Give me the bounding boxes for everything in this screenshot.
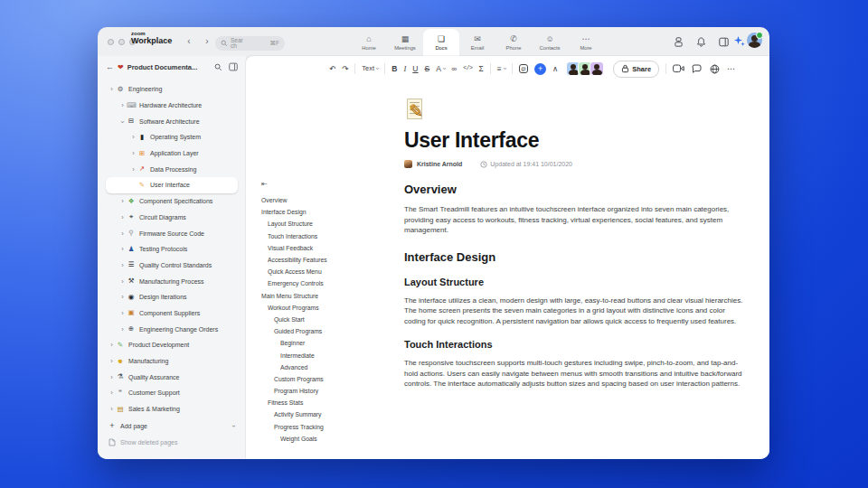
outline-item-accessibility-features[interactable]: Accessibility Features — [258, 254, 398, 266]
sidebar-item-manufacturing-process[interactable]: ›⚒Manufacturing Process — [106, 273, 238, 289]
chevron-icon[interactable]: › — [108, 341, 116, 349]
sidebar-item-manufacturing[interactable]: ›☻Manufacturing — [106, 353, 238, 370]
outline-item-emergency-controls[interactable]: Emergency Controls — [258, 277, 398, 289]
outline-item-guided-programs[interactable]: Guided Programs — [258, 325, 398, 337]
outline-item-beginner[interactable]: Beginner — [258, 337, 398, 349]
forward-button[interactable]: › — [202, 35, 212, 48]
outline-item-custom-programs[interactable]: Custom Programs — [258, 373, 398, 385]
tab-more[interactable]: ⋯More — [568, 29, 604, 56]
italic-button[interactable]: I — [404, 64, 407, 73]
strikethrough-button[interactable]: S — [424, 64, 429, 73]
tab-contacts[interactable]: ☺Contacts — [532, 29, 568, 56]
text-color-button[interactable]: A› — [436, 64, 445, 73]
notifications-bell-icon[interactable] — [695, 36, 706, 47]
outline-item-quick-start[interactable]: Quick Start — [258, 314, 398, 325]
sidebar-item-hardware-architecture[interactable]: ›⌨Hardware Architecture — [106, 98, 238, 114]
sidebar-item-product-development[interactable]: ›✎Product Development — [106, 337, 238, 353]
outline-item-quick-access-menu[interactable]: Quick Access Menu — [258, 266, 398, 277]
text-style-dropdown[interactable]: Text› — [362, 64, 378, 73]
tab-email[interactable]: ✉Email — [459, 29, 495, 56]
collapse-outline-icon[interactable]: ⇤ — [258, 179, 398, 190]
redo-button[interactable]: ↷ — [342, 64, 348, 73]
share-button[interactable]: Share — [613, 61, 659, 78]
tab-home[interactable]: ⌂Home — [351, 29, 387, 56]
outline-item-weight-goals[interactable]: Weight Goals — [258, 433, 398, 445]
sidebar-item-application-layer[interactable]: ›⊞Application Layer — [106, 145, 238, 162]
outline-item-visual-feedback[interactable]: Visual Feedback — [258, 242, 398, 254]
outline-item-intermediate[interactable]: Intermediate — [258, 349, 398, 361]
add-page-button[interactable]: + Add page › — [106, 418, 238, 434]
undo-button[interactable]: ↶ — [329, 64, 335, 73]
chevron-icon[interactable]: › — [129, 133, 137, 141]
chevron-icon[interactable]: › — [118, 230, 127, 238]
sidebar-item-operating-system[interactable]: ›▮Operating System — [106, 129, 238, 145]
outline-item-activity-summary[interactable]: Activity Summary — [258, 408, 398, 420]
sidebar-item-data-processing[interactable]: ›↗Data Processing — [106, 161, 238, 177]
workspace-title[interactable]: Product Documenta... — [127, 63, 198, 71]
tab-docs[interactable]: ❏Docs — [423, 29, 459, 56]
sidebar-item-sales-marketing[interactable]: ›▤Sales & Marketing — [106, 401, 238, 418]
sidebar-item-component-specifications[interactable]: ›❖Component Specifications — [106, 193, 238, 210]
more-options-button[interactable]: ⋯ — [727, 64, 736, 73]
chevron-down-icon[interactable]: › — [229, 425, 237, 427]
chevron-icon[interactable]: › — [118, 213, 127, 221]
globe-icon[interactable] — [709, 63, 721, 74]
outline-item-workout-programs[interactable]: Workout Programs — [258, 302, 398, 314]
user-avatar[interactable] — [747, 33, 762, 48]
show-deleted-pages-button[interactable]: Show deleted pages — [106, 434, 238, 450]
equation-button[interactable]: Σ — [478, 64, 483, 73]
sidebar-search-icon[interactable] — [214, 63, 222, 71]
back-button[interactable]: ‹ — [184, 35, 194, 48]
code-button[interactable]: </> — [463, 64, 472, 73]
sidebar-item-customer-support[interactable]: ›❞Customer Support — [106, 385, 238, 401]
chevron-icon[interactable]: › — [118, 277, 127, 286]
minimize-button[interactable] — [118, 39, 125, 45]
sidebar-item-circuit-diagrams[interactable]: ›⌖Circuit Diagrams — [106, 210, 238, 226]
outline-item-main-menu-structure[interactable]: Main Menu Structure — [258, 290, 398, 302]
chevron-icon[interactable]: › — [118, 309, 127, 317]
chevron-icon[interactable]: › — [118, 197, 127, 205]
align-dropdown[interactable]: ≡› — [497, 64, 505, 73]
bold-button[interactable]: B — [392, 64, 397, 73]
sidebar-item-design-iterations[interactable]: ›◉Design Iterations — [106, 289, 238, 305]
video-camera-icon[interactable] — [673, 63, 684, 74]
chevron-icon[interactable]: › — [118, 245, 127, 253]
chevron-icon[interactable]: › — [129, 149, 137, 157]
chevron-icon[interactable]: › — [108, 85, 116, 93]
outline-item-touch-interactions[interactable]: Touch Interactions — [258, 230, 398, 242]
link-button[interactable]: ∞ — [451, 64, 457, 73]
side-panel-icon[interactable] — [718, 36, 729, 47]
sidebar-item-quality-assurance[interactable]: ›⚗Quality Assurance — [106, 369, 238, 385]
chevron-icon[interactable]: › — [108, 357, 116, 365]
outline-item-advanced[interactable]: Advanced — [258, 361, 398, 373]
chevron-icon[interactable]: › — [129, 165, 137, 174]
workspace-back-button[interactable]: ← — [106, 62, 114, 71]
outline-item-progress-tracking[interactable]: Progress Tracking — [258, 421, 398, 433]
chevron-icon[interactable]: › — [118, 325, 127, 333]
chevron-icon[interactable]: › — [108, 405, 116, 413]
comment-button[interactable]: @ — [519, 64, 528, 73]
chevron-icon[interactable]: › — [118, 117, 127, 126]
tab-meetings[interactable]: ▦Meetings — [387, 29, 423, 56]
sidebar-item-firmware-source-code[interactable]: ›⚲Firmware Source Code — [106, 225, 238, 241]
sidebar-item-user-interface[interactable]: ›✎User Interface — [106, 177, 238, 193]
chevron-icon[interactable]: › — [118, 261, 127, 269]
close-button[interactable] — [108, 39, 114, 45]
search-input[interactable]: Search ⌘F — [215, 36, 285, 51]
outline-item-layout-structure[interactable]: Layout Structure — [258, 218, 398, 230]
chevron-icon[interactable]: › — [108, 389, 116, 397]
sidebar-item-testing-protocols[interactable]: ›♟Testing Protocols — [106, 241, 238, 258]
sidebar-item-engineering[interactable]: ›⚙Engineering — [106, 81, 238, 98]
collapse-sidebar-icon[interactable] — [229, 62, 238, 71]
insert-button[interactable]: + — [534, 63, 546, 75]
outline-item-interface-design[interactable]: Interface Design — [258, 206, 398, 218]
chat-bubble-icon[interactable] — [691, 63, 703, 74]
outline-item-program-history[interactable]: Program History — [258, 385, 398, 397]
sidebar-item-engineering-change-orders[interactable]: ›⊕Engineering Change Orders — [106, 321, 238, 337]
collapse-toolbar-button[interactable]: ∧ — [552, 64, 558, 73]
device-icon[interactable] — [673, 36, 684, 47]
ai-companion-sparkle-icon[interactable] — [733, 35, 745, 47]
tab-phone[interactable]: ✆Phone — [495, 29, 532, 56]
chevron-icon[interactable]: › — [118, 293, 127, 301]
outline-item-overview[interactable]: Overview — [258, 194, 398, 206]
